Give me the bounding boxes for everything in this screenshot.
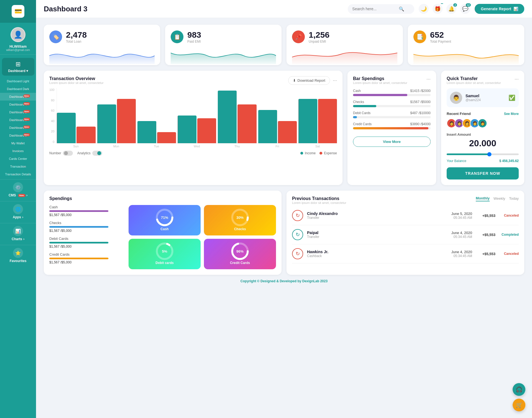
middle-row: Transaction Overview Lorem ipsum dolor s… — [44, 71, 524, 185]
recent-friend-label: Recent Friend — [447, 112, 471, 116]
expense-bar — [117, 99, 136, 143]
donut-credit[interactable]: 96% Credit Cards — [204, 239, 276, 269]
sidebar-item-dashboard-8[interactable]: Dashboard 8 New — [0, 132, 36, 139]
sidebar-item-dashboard-5[interactable]: Dashboard 5 New — [0, 108, 36, 116]
bar-spendings-options[interactable]: ··· — [426, 76, 431, 82]
unpaid-emi-number: 1,256 — [309, 30, 329, 40]
donut-cash[interactable]: 71% Cash — [129, 205, 201, 235]
income-bar — [298, 99, 317, 143]
spending-amount-credit: $3890 /$4000 — [410, 122, 431, 126]
sidebar-item-dashboard-6[interactable]: Dashboard 6 New — [0, 116, 36, 124]
moon-button[interactable]: 🌙 — [419, 4, 429, 14]
donut-checks[interactable]: 30% Checks — [204, 205, 276, 235]
cat-label: Debit Cards — [49, 237, 123, 241]
sidebar-item-dashboard-light[interactable]: Dashboard Light — [0, 77, 36, 85]
spending-debit: Debit Cards $487 /$10000 — [353, 111, 431, 118]
tab-weekly[interactable]: Weekly — [493, 196, 505, 201]
generate-report-button[interactable]: Generate Report 📊 — [475, 4, 524, 14]
bar-col-1 — [97, 99, 136, 143]
gift-badge — [441, 3, 443, 4]
analytics-toggle-switch[interactable] — [92, 151, 102, 156]
friend-avatar-5[interactable]: 👩 — [478, 119, 487, 128]
donut-label-credit: Credit Cards — [230, 261, 250, 265]
spending-label-cash: Cash — [353, 89, 361, 93]
txn-icon-0: ↻ — [292, 210, 303, 221]
txn-amount-1: +$5,553 — [476, 233, 495, 237]
amount-slider[interactable] — [447, 153, 519, 155]
spending-credit: Credit Cards $3890 /$4000 — [353, 122, 431, 129]
sidebar-item-dashboard-7[interactable]: Dashboard 7 New — [0, 124, 36, 132]
sidebar-item-transaction-details[interactable]: Transaction Details — [0, 170, 36, 178]
topbar-icons: 🌙 🎁 🔔 2 💬 12 — [419, 4, 470, 14]
txn-time-0: 05:34:45 AM — [451, 216, 472, 220]
transfer-now-button[interactable]: TRANSFER NOW — [447, 167, 519, 179]
sidebar-item-cards-center[interactable]: Cards Center — [0, 155, 36, 163]
search-icon[interactable]: 🔍 — [399, 6, 404, 12]
bottom-row: Spendings Cash $1,567 /$5,000 Checks $1,… — [44, 191, 524, 275]
sidebar-item-transaction[interactable]: Transaction — [0, 163, 36, 170]
sidebar-section-apps[interactable]: 🌐 Apps › — [0, 201, 36, 222]
dashboard-label: Dashboard ▾ — [8, 69, 28, 73]
txn-name-0: Cindy Alexandro — [307, 211, 338, 216]
search-input[interactable] — [352, 7, 397, 11]
favourites-icon: ⭐ — [13, 248, 23, 258]
cat-label: Cash — [49, 205, 123, 209]
stat-card-unpaid-emi: 📌 1,256 Unpaid EMI — [287, 25, 403, 65]
view-more-button[interactable]: View More — [353, 137, 431, 147]
sidebar-nav: Dashboard Light Dashboard Dark Dashboard… — [0, 77, 36, 178]
expense-legend: Expense — [319, 151, 337, 155]
stats-row: 🏷️ 2,478 Total Loan 📋 983 — [44, 25, 524, 65]
sidebar-item-dashboard-4[interactable]: Dashboard 4 New — [0, 101, 36, 108]
day-label: Mon — [97, 145, 135, 148]
txn-amount-0: +$5,553 — [476, 214, 495, 218]
chat-badge: 12 — [466, 3, 471, 7]
txn-type-2: Cashback — [307, 254, 328, 258]
see-more-button[interactable]: See More — [504, 112, 519, 116]
income-bar — [57, 113, 76, 143]
fab-cart[interactable]: 🛒 — [513, 399, 525, 411]
sidebar-item-label: My Wallet — [11, 142, 25, 145]
cart-icon: 🛒 — [516, 402, 523, 408]
sidebar-item-label: Dashboard Light — [7, 80, 29, 83]
sidebar-section-charts[interactable]: 📊 Charts › — [0, 223, 36, 244]
sidebar-item-dashboard-dark[interactable]: Dashboard Dark — [0, 85, 36, 93]
chat-button[interactable]: 💬 12 — [460, 4, 470, 14]
spending-cat-credit: Credit Cards $1,567 /$5,000 — [49, 252, 123, 264]
apps-icon: 🌐 — [13, 204, 23, 214]
quick-transfer-subtitle: Lorem ipsum dolor sit amet, consectetur — [447, 81, 501, 84]
sidebar-item-my-wallet[interactable]: My Wallet — [0, 139, 36, 147]
fab-support[interactable]: 🎧 — [513, 383, 525, 396]
day-label: Wed — [177, 145, 216, 148]
gift-button[interactable]: 🎁 — [433, 4, 443, 14]
sidebar-item-label: Transaction — [10, 165, 26, 168]
spending-amount-checks: $1567 /$5000 — [410, 100, 431, 104]
number-toggle-switch[interactable] — [63, 151, 73, 156]
content-area: 🏷️ 2,478 Total Loan 📋 983 — [36, 18, 532, 418]
txn-amount-2: +$5,553 — [476, 252, 495, 256]
more-options-button[interactable]: ··· — [333, 78, 337, 83]
logo-icon[interactable]: 💳 — [12, 5, 24, 18]
tab-today[interactable]: Today — [509, 196, 519, 201]
quick-transfer-options[interactable]: ··· — [515, 76, 519, 82]
sidebar-section-favourites[interactable]: ⭐ Favourites — [0, 245, 36, 266]
spending-cat-debit: Debit Cards $1,567 /$5,000 — [49, 237, 123, 248]
search-bar: 🔍 — [348, 4, 414, 14]
apps-label: Apps › — [13, 215, 23, 219]
quick-transfer-card: Quick Transfer Lorem ipsum dolor sit ame… — [441, 71, 524, 185]
txn-name-2: Hawkins Jr. — [307, 250, 328, 254]
sidebar-item-dashboard-3[interactable]: Dashboard 3 New — [0, 93, 36, 101]
donut-label-debit: Debit cards — [155, 261, 173, 265]
paid-emi-icon: 📋 — [171, 30, 183, 43]
new-badge: New — [23, 125, 30, 129]
donut-debit[interactable]: 5% Debit cards — [129, 239, 201, 269]
download-report-button[interactable]: ⬇ Download Report — [288, 76, 330, 85]
main-area: Dashboard 3 🔍 🌙 🎁 🔔 2 💬 12 Generate Re — [36, 0, 532, 418]
dashboard-btn[interactable]: ⊞ Dashboard ▾ — [2, 58, 34, 76]
stat-card-paid-emi: 📋 983 Paid EMI — [165, 25, 282, 65]
spending-cat-checks: Checks $1,567 /$5,000 — [49, 221, 123, 233]
tab-monthly[interactable]: Monthly — [476, 196, 490, 201]
bell-button[interactable]: 🔔 2 — [446, 4, 456, 14]
txn-type-0: Transfer — [307, 216, 338, 220]
sidebar-item-invoices[interactable]: Invoices — [0, 147, 36, 155]
sidebar-section-cms[interactable]: ⚙️ CMS New › — [0, 179, 36, 200]
